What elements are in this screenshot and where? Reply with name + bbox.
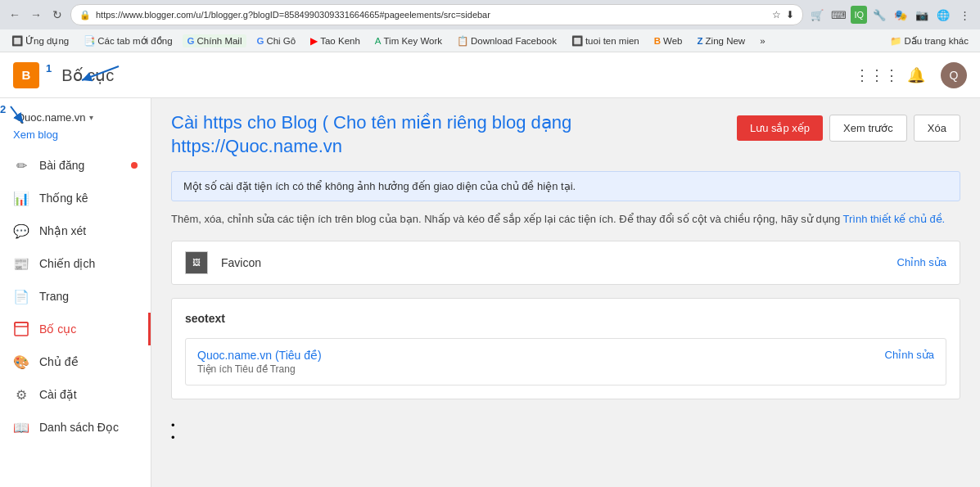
nav-icons: 🛒 ⌨ IQ 🔧 🎭 📷 🌐 ⋮ bbox=[808, 6, 973, 24]
forward-button[interactable]: → bbox=[28, 7, 44, 23]
sidebar-item-label: Thống kê bbox=[39, 192, 88, 205]
sidebar-item-label: Danh sách Đọc bbox=[39, 421, 119, 434]
ext2-icon[interactable]: 🎭 bbox=[892, 6, 910, 24]
bookmark-keywork[interactable]: A Tim Key Work bbox=[370, 34, 447, 47]
bookmark-zing[interactable]: Z Zing New bbox=[693, 34, 751, 47]
seotext-title: seotext bbox=[185, 312, 946, 325]
preview-button[interactable]: Xem trước bbox=[829, 115, 907, 142]
grid-menu-button[interactable]: ⋮⋮⋮ bbox=[862, 61, 892, 90]
zing-icon: Z bbox=[698, 36, 703, 46]
fb-icon: 📋 bbox=[457, 35, 468, 47]
menu-icon[interactable]: ⋮ bbox=[955, 6, 973, 24]
theme-icon: 🎨 bbox=[13, 354, 29, 370]
favicon-image: 🖼 bbox=[185, 251, 208, 274]
sidebar-item-caidat[interactable]: ⚙ Cài đặt bbox=[0, 378, 151, 411]
sidebar-item-chude[interactable]: 🎨 Chủ đề bbox=[0, 345, 151, 378]
bookmark-youtube[interactable]: ▶ Tao Kenh bbox=[305, 34, 365, 48]
bookmark-chigo[interactable]: G Chi Gô bbox=[251, 34, 300, 47]
favicon-label: Favicon bbox=[221, 256, 261, 269]
bookmark-facebook[interactable]: 📋 Download Facebook bbox=[452, 34, 562, 48]
view-blog-link[interactable]: Xem blog bbox=[0, 127, 151, 149]
youtube-icon: ▶ bbox=[310, 35, 318, 47]
browser-chrome: ← → ↻ 🔒 https://www.blogger.com/u/1/blog… bbox=[0, 0, 980, 52]
favicon-widget-area: 🖼 Favicon Chỉnh sửa seotext Quoc.name.vn… bbox=[171, 241, 960, 399]
cart-icon[interactable]: 🛒 bbox=[808, 6, 826, 24]
bookmark-others[interactable]: 📁 Dấu trang khác bbox=[885, 34, 973, 48]
back-button[interactable]: ← bbox=[7, 7, 23, 23]
chigo-g-icon: G bbox=[256, 36, 264, 46]
arrow-annotation-1 bbox=[74, 62, 123, 87]
sidebar-item-label: Bài đăng bbox=[39, 159, 84, 172]
bookmark-more[interactable]: » bbox=[755, 34, 770, 47]
content-page-header: Cài https cho Blog ( Cho tên miền riêng … bbox=[151, 98, 980, 171]
sidebar-item-danhsachdoc[interactable]: 📖 Danh sách Đọc bbox=[0, 411, 151, 444]
apps-icon[interactable]: ⌨ bbox=[829, 6, 847, 24]
bottom-dots: • • bbox=[151, 413, 980, 450]
web-b-icon: B bbox=[654, 36, 661, 46]
sidebar-item-label: Chiến dịch bbox=[39, 257, 95, 270]
sidebar-item-label: Chủ đề bbox=[39, 355, 79, 368]
download-icon: ⬇ bbox=[786, 9, 794, 20]
annotation-1: 1 bbox=[46, 62, 52, 74]
alert-box: Một số cài đặt tiện ích có thể không ảnh… bbox=[171, 171, 960, 201]
bookmark-apps[interactable]: 🔲 Ứng dụng bbox=[7, 34, 74, 48]
sidebar-item-label: Bố cục bbox=[39, 322, 76, 336]
bookmark-domain[interactable]: 🔲 tuoi ten mien bbox=[567, 34, 644, 48]
bookmarks-bar: 🔲 Ứng dụng 📑 Các tab mới đồng G Chính Ma… bbox=[0, 29, 980, 52]
sidebar-item-thongke[interactable]: 📊 Thống kê bbox=[0, 182, 151, 214]
domain-icon: 🔲 bbox=[571, 35, 583, 47]
main-content: Cài https cho Blog ( Cho tên miền riêng … bbox=[151, 98, 980, 487]
sidebar-item-chienddich[interactable]: 📰 Chiến dịch bbox=[0, 247, 151, 280]
widget-name: Quoc.name.vn (Tiêu đề) bbox=[197, 349, 322, 362]
header-actions: ⋮⋮⋮ 🔔 Q bbox=[862, 61, 967, 90]
reading-list-icon: 📖 bbox=[13, 419, 29, 435]
favicon-inner: 🖼 Favicon bbox=[185, 251, 261, 274]
reload-button[interactable]: ↻ bbox=[49, 7, 65, 23]
ext4-icon[interactable]: 🌐 bbox=[934, 6, 952, 24]
user-avatar[interactable]: Q bbox=[941, 62, 967, 88]
description-text: Thêm, xóa, chỉnh sửa các tiện ích trên b… bbox=[151, 211, 980, 241]
iq-icon[interactable]: IQ bbox=[851, 6, 867, 24]
address-bar[interactable]: 🔒 https://www.blogger.com/u/1/blogger.g?… bbox=[70, 4, 803, 25]
sidebar-item-label: Cài đặt bbox=[39, 388, 77, 401]
bookmark-web[interactable]: B Web bbox=[649, 34, 688, 47]
page-main-title: Cài https cho Blog ( Cho tên miền riêng … bbox=[171, 111, 571, 158]
app-header: B 1 Bố cục ⋮⋮⋮ 🔔 Q bbox=[0, 52, 980, 98]
sidebar-header: 2 Quoc.name.vn ▾ Xem blog bbox=[0, 105, 151, 149]
delete-button[interactable]: Xóa bbox=[914, 115, 960, 142]
edit-icon: ✏ bbox=[13, 157, 29, 174]
ext1-icon[interactable]: 🔧 bbox=[870, 6, 888, 24]
browser-nav-bar: ← → ↻ 🔒 https://www.blogger.com/u/1/blog… bbox=[0, 0, 980, 29]
main-layout: 2 Quoc.name.vn ▾ Xem blog bbox=[0, 98, 980, 487]
apps-bookmark-icon: 🔲 bbox=[11, 35, 23, 47]
stats-icon: 📊 bbox=[13, 190, 29, 206]
save-order-button[interactable]: Lưu sắp xếp bbox=[737, 115, 823, 141]
bookmark-gmail[interactable]: G Chính Mail bbox=[183, 34, 247, 47]
bookmark-tabs[interactable]: 📑 Các tab mới đồng bbox=[79, 34, 177, 48]
sidebar-item-baidang[interactable]: ✏ Bài đăng bbox=[0, 149, 151, 182]
theme-designer-link[interactable]: Trình thiết kế chủ đề. bbox=[843, 213, 946, 225]
settings-icon: ⚙ bbox=[13, 386, 29, 403]
sidebar-nav: ✏ Bài đăng 📊 Thống kê 💬 Nhận xét 📰 Chiến… bbox=[0, 149, 151, 444]
sidebar-item-bocuc[interactable]: Bố cục bbox=[0, 313, 151, 345]
sidebar-item-label: Nhận xét bbox=[39, 224, 86, 237]
gmail-g-icon: G bbox=[187, 36, 195, 46]
seotext-edit-link[interactable]: Chỉnh sửa bbox=[885, 349, 934, 361]
sidebar-item-trang[interactable]: 📄 Trang bbox=[0, 280, 151, 313]
sidebar-item-nhanjxet[interactable]: 💬 Nhận xét bbox=[0, 214, 151, 247]
ext3-icon[interactable]: 📷 bbox=[913, 6, 931, 24]
layout-icon bbox=[13, 321, 29, 337]
page-title-header: Bố cục bbox=[61, 65, 852, 85]
tabs-icon: 📑 bbox=[84, 35, 95, 47]
svg-rect-0 bbox=[15, 322, 28, 336]
widget-desc: Tiện ích Tiêu đề Trang bbox=[197, 363, 322, 375]
favicon-placeholder: 🖼 bbox=[192, 258, 201, 267]
sidebar-item-label: Trang bbox=[39, 290, 69, 303]
address-text: https://www.blogger.com/u/1/blogger.g?bl… bbox=[96, 10, 767, 20]
arrow-annotation-2 bbox=[7, 105, 39, 129]
notifications-button[interactable]: 🔔 bbox=[901, 61, 931, 90]
favicon-edit-link[interactable]: Chỉnh sửa bbox=[897, 256, 946, 268]
folder-icon: 📁 bbox=[890, 35, 901, 47]
app: B 1 Bố cục ⋮⋮⋮ 🔔 Q 2 bbox=[0, 52, 980, 487]
annotation-2: 2 bbox=[0, 103, 6, 115]
